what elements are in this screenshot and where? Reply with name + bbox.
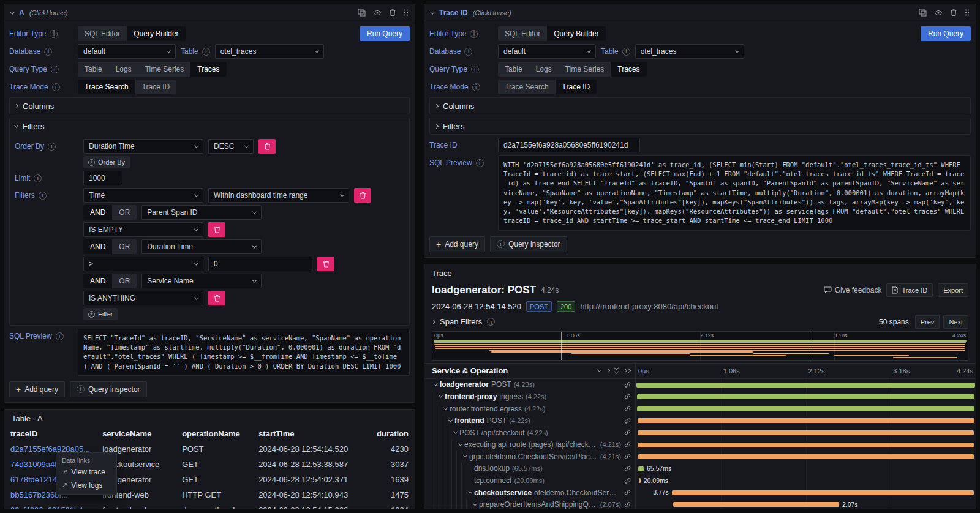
span-bar[interactable] [638, 454, 974, 459]
span-bar[interactable] [638, 418, 974, 423]
trace-id-button[interactable]: Trace ID [886, 283, 933, 297]
ch evron-down-icon[interactable] [439, 394, 443, 398]
remove-filter-button[interactable] [354, 188, 371, 203]
query-inspector-button[interactable]: iQuery inspector [70, 381, 147, 397]
columns-section-header[interactable]: Columns [430, 98, 970, 114]
ch evron-down-icon[interactable] [453, 430, 458, 434]
ch evron-down-icon[interactable] [473, 501, 477, 506]
span-link-icon[interactable] [624, 381, 631, 389]
option-trace-search[interactable]: Trace Search [78, 80, 135, 94]
span-row-label[interactable]: grpc.oteldemo.CheckoutService/PlaceOrder… [424, 451, 636, 463]
condition-operator-select[interactable]: IS EMPTY [83, 222, 203, 237]
info-icon[interactable]: i [39, 192, 47, 200]
option-or[interactable]: OR [112, 205, 137, 220]
export-button[interactable]: Export [938, 283, 968, 297]
span-link-icon[interactable] [624, 452, 631, 460]
option-sql-editor[interactable]: SQL Editor [78, 26, 127, 41]
column-header[interactable]: operationName [176, 426, 252, 441]
add-filter-button[interactable]: +Filter [83, 308, 118, 320]
info-icon[interactable]: i [487, 318, 495, 326]
minimap-range-handle[interactable] [813, 332, 813, 360]
menu-item-view-logs[interactable]: ↗View logs [56, 479, 116, 492]
option-time-series[interactable]: Time Series [138, 62, 191, 77]
span-link-icon[interactable] [624, 465, 631, 473]
span-filters-label[interactable]: Span Filters [440, 317, 482, 326]
prev-button[interactable]: Prev [915, 315, 940, 329]
ch evron-down-icon[interactable] [448, 418, 453, 422]
option-time-series[interactable]: Time Series [559, 62, 611, 77]
span-row-label[interactable]: frontend POST (4.22s) [424, 414, 636, 427]
eye-icon[interactable] [373, 9, 382, 17]
span-row-label[interactable]: tcp.connect (20.09ms) [424, 474, 636, 487]
ch evron-down-icon[interactable] [458, 441, 462, 446]
span-link-icon[interactable] [624, 392, 631, 400]
option-traces[interactable]: Traces [611, 62, 646, 77]
ch evron-down-icon[interactable] [463, 454, 467, 458]
drag-handle-icon[interactable] [965, 9, 970, 17]
ch evron-down-icon[interactable] [443, 406, 448, 410]
span-link-icon[interactable] [624, 429, 631, 436]
span-row-label[interactable]: checkoutservice oteldemo.CheckoutService… [424, 487, 636, 499]
trace-minimap[interactable]: 0μs 1.06s 2.12s 3.18s 4.24s [432, 331, 968, 361]
column-header[interactable]: traceID [4, 426, 96, 441]
condition-field-select[interactable]: Duration Time [141, 239, 262, 254]
info-icon[interactable]: i [202, 48, 210, 56]
trash-icon[interactable] [389, 9, 396, 17]
info-icon[interactable]: i [471, 66, 479, 73]
option-traces[interactable]: Traces [190, 62, 226, 77]
span-gantt-cell[interactable] [636, 403, 976, 415]
option-sql-editor[interactable]: SQL Editor [498, 26, 547, 41]
span-row[interactable]: tcp.connect (20.09ms) 20.09ms [424, 474, 976, 487]
trace-id-link[interactable]: 89cf4286e631591b4... [4, 503, 96, 509]
next-button[interactable]: Next [943, 315, 968, 329]
span-row[interactable]: checkoutservice oteldemo.CheckoutService… [424, 487, 976, 499]
filters-section-header[interactable]: Filters [430, 118, 970, 134]
double-chevron-right-icon[interactable] [624, 369, 630, 372]
add-order-by-button[interactable]: +Order By [83, 156, 130, 168]
span-gantt-cell[interactable] [636, 451, 976, 463]
condition-operator-select[interactable]: > [83, 256, 203, 271]
span-row-label[interactable]: router frontend egress (4.22s) [424, 403, 636, 415]
condition-field-select[interactable]: Service Name [141, 274, 262, 288]
option-trace-search[interactable]: Trace Search [498, 80, 556, 94]
option-table[interactable]: Table [498, 62, 529, 77]
span-row-label[interactable]: prepareOrderItemsAndShippingQuoteFromCar… [424, 498, 636, 509]
column-header[interactable]: duration [360, 426, 415, 441]
filter-condition-select[interactable]: Within dashboard time range [208, 188, 349, 203]
span-bar[interactable] [638, 443, 974, 447]
condition-field-select[interactable]: Parent Span ID [141, 205, 262, 220]
span-gantt-cell[interactable] [636, 427, 976, 439]
table-select[interactable]: otel_traces [635, 44, 744, 59]
add-query-button[interactable]: +Add query [429, 236, 485, 252]
option-and[interactable]: AND [83, 239, 112, 254]
span-row[interactable]: POST /api/checkout (4.22s) [424, 427, 976, 439]
info-icon[interactable]: i [48, 143, 56, 151]
query-inspector-button[interactable]: iQuery inspector [490, 236, 567, 252]
remove-condition-button[interactable] [208, 291, 225, 305]
option-or[interactable]: OR [112, 274, 137, 288]
add-query-button[interactable]: +Add query [9, 381, 65, 397]
ch evron-down-icon[interactable] [468, 490, 472, 494]
info-icon[interactable]: i [51, 66, 59, 73]
run-query-button[interactable]: Run Query [360, 26, 410, 41]
span-gantt-cell[interactable]: 20.09ms [636, 474, 976, 487]
eye-icon[interactable] [934, 9, 943, 17]
order-by-field-select[interactable]: Duration Time [83, 139, 203, 154]
info-icon[interactable]: i [472, 83, 480, 91]
double-chevron-down-icon[interactable] [615, 367, 618, 374]
span-link-icon[interactable] [624, 405, 631, 413]
option-and[interactable]: AND [83, 205, 112, 220]
span-row-label[interactable]: frontend-proxy ingress (4.22s) [424, 391, 636, 403]
columns-section-header[interactable]: Columns [10, 98, 409, 114]
span-bar[interactable] [636, 383, 975, 388]
span-bar[interactable] [637, 406, 974, 411]
condition-value-input[interactable] [208, 256, 312, 271]
info-icon[interactable]: i [56, 332, 64, 340]
chevron-down-icon[interactable] [597, 368, 601, 372]
span-row[interactable]: dns.lookup (65.57ms) 65.57ms [424, 463, 976, 475]
span-row[interactable]: router frontend egress (4.22s) [424, 403, 976, 415]
span-row[interactable]: loadgenerator POST (4.23s) [424, 379, 976, 391]
span-row-label[interactable]: executing api route (pages) /api/checkou… [424, 439, 636, 451]
filter-field-select[interactable]: Time [83, 188, 203, 203]
span-row[interactable]: prepareOrderItemsAndShippingQuoteFromCar… [424, 498, 976, 509]
